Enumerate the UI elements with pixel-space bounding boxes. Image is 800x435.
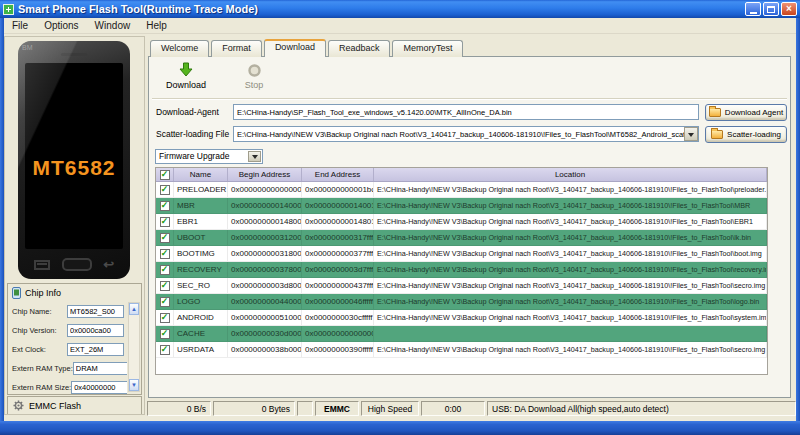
- stop-button[interactable]: Stop: [225, 61, 283, 90]
- download-toolbar: Download Stop: [149, 57, 790, 98]
- minimize-icon: [750, 12, 757, 14]
- file-location: E:\CHina-Handy\!NEW V3\Backup Original n…: [374, 310, 767, 325]
- partition-name: MBR: [174, 198, 228, 213]
- download-mode-select[interactable]: Firmware Upgrade: [155, 149, 263, 164]
- table-row-uboot[interactable]: UBOOT0x00000000031200000x000000000317fff…: [156, 230, 767, 246]
- chip-field-row: Extern RAM Size:: [12, 381, 124, 394]
- row-checkbox[interactable]: [160, 249, 170, 259]
- chip-field-value[interactable]: [67, 343, 124, 356]
- table-row-bootimg[interactable]: BOOTIMG0x00000000031800000x000000000377f…: [156, 246, 767, 262]
- table-row-preloader[interactable]: PRELOADER0x00000000000000000x00000000000…: [156, 182, 767, 198]
- header-checkbox[interactable]: [160, 170, 170, 180]
- row-checkbox[interactable]: [160, 201, 170, 211]
- file-location: E:\CHina-Handy\!NEW V3\Backup Original n…: [374, 230, 767, 245]
- partition-name: CACHE: [174, 326, 228, 341]
- scroll-down-icon[interactable]: ▼: [129, 379, 139, 391]
- row-checkbox-cell: [156, 246, 174, 261]
- scroll-up-icon[interactable]: ▲: [129, 303, 139, 315]
- file-location: [374, 326, 767, 341]
- chip-scrollbar[interactable]: ▲ ▼: [128, 302, 140, 392]
- begin-address: 0x0000000000000000: [228, 182, 302, 197]
- flash-type-bar: EMMC Flash: [7, 396, 142, 414]
- toolbar-divider: [152, 98, 787, 100]
- row-checkbox[interactable]: [160, 345, 170, 355]
- header-begin-address[interactable]: Begin Address: [228, 168, 302, 181]
- row-checkbox[interactable]: [160, 217, 170, 227]
- maximize-button[interactable]: [763, 2, 779, 16]
- table-row-android[interactable]: ANDROID0x00000000051000000x0000000030cff…: [156, 310, 767, 326]
- begin-address: 0x0000000003120000: [228, 230, 302, 245]
- chip-field-label: Chip Version:: [12, 326, 57, 335]
- app-window: Smart Phone Flash Tool(Runtime Trace Mod…: [0, 0, 800, 435]
- begin-address: 0x0000000003180000: [228, 246, 302, 261]
- partition-name: BOOTIMG: [174, 246, 228, 261]
- begin-address: 0x0000000004400000: [228, 294, 302, 309]
- table-row-recovery[interactable]: RECOVERY0x00000000037800000x0000000003d7…: [156, 262, 767, 278]
- scatter-loading-button[interactable]: Scatter-loading: [705, 126, 787, 143]
- window-border-bottom: [0, 421, 800, 435]
- row-checkbox[interactable]: [160, 313, 170, 323]
- file-location: E:\CHina-Handy\!NEW V3\Backup Original n…: [374, 342, 767, 357]
- row-checkbox[interactable]: [160, 265, 170, 275]
- minimize-button[interactable]: [745, 2, 761, 16]
- table-row-ebr1[interactable]: EBR10x00000000014800000x00000000014801ff…: [156, 214, 767, 230]
- table-row-sec_ro[interactable]: SEC_RO0x0000000003d800000x000000000437ff…: [156, 278, 767, 294]
- chip-field-value[interactable]: [73, 362, 127, 375]
- close-button[interactable]: ×: [781, 2, 797, 16]
- phone-back-icon: ↩: [103, 258, 114, 271]
- row-checkbox[interactable]: [160, 329, 170, 339]
- table-row-logo[interactable]: LOGO0x00000000044000000x00000000046fffff…: [156, 294, 767, 310]
- row-checkbox[interactable]: [160, 297, 170, 307]
- chip-field-row: Ext Clock:: [12, 343, 124, 356]
- tab-memorytest[interactable]: MemoryTest: [392, 40, 463, 57]
- menu-item-file[interactable]: File: [4, 19, 36, 32]
- download-agent-button[interactable]: Download Agent: [705, 104, 787, 121]
- download-agent-button-label: Download Agent: [725, 108, 783, 117]
- download-button[interactable]: Download: [157, 61, 215, 90]
- header-end-address[interactable]: End Address: [302, 168, 374, 181]
- chip-field-row: Chip Name:: [12, 305, 124, 318]
- table-row-mbr[interactable]: MBR0x00000000014000000x00000000014001ffE…: [156, 198, 767, 214]
- header-name[interactable]: Name: [174, 168, 228, 181]
- scatter-dropdown-icon[interactable]: [684, 127, 698, 141]
- header-location[interactable]: Location: [374, 168, 767, 181]
- row-checkbox-cell: [156, 342, 174, 357]
- chip-field-value[interactable]: [67, 305, 124, 318]
- tab-welcome[interactable]: Welcome: [150, 40, 209, 57]
- tab-download[interactable]: Download: [264, 39, 326, 57]
- tab-readback[interactable]: Readback: [328, 40, 391, 57]
- table-row-usrdata[interactable]: USRDATA0x0000000038b000000x00000000390ff…: [156, 342, 767, 358]
- scatter-file-input[interactable]: [233, 126, 699, 142]
- chip-icon: [12, 287, 21, 299]
- end-address: 0x0000000000000000: [302, 326, 374, 341]
- tab-format[interactable]: Format: [211, 40, 262, 57]
- chip-fields: Chip Name:Chip Version:Ext Clock:Extern …: [8, 301, 127, 394]
- status-speed: 0 B/s: [147, 401, 211, 416]
- row-checkbox[interactable]: [160, 185, 170, 195]
- folder-icon: [709, 108, 721, 117]
- row-checkbox-cell: [156, 310, 174, 325]
- download-mode-dropdown-icon[interactable]: [248, 151, 261, 162]
- phone-speaker: [61, 53, 87, 56]
- row-checkbox-cell: [156, 326, 174, 341]
- chip-field-value[interactable]: [67, 324, 124, 337]
- menu-item-help[interactable]: Help: [138, 19, 175, 32]
- begin-address: 0x0000000003780000: [228, 262, 302, 277]
- download-agent-input[interactable]: [233, 104, 699, 120]
- gear-icon: [13, 400, 24, 411]
- download-arrow-icon: [178, 62, 194, 78]
- row-checkbox-cell: [156, 230, 174, 245]
- chip-field-value[interactable]: [71, 381, 127, 394]
- chip-field-row: Chip Version:: [12, 324, 124, 337]
- end-address: 0x000000000377ffff: [302, 246, 374, 261]
- stop-icon: [247, 63, 262, 78]
- table-row-cache[interactable]: CACHE0x0000000030d000000x000000000000000…: [156, 326, 767, 342]
- row-checkbox-cell: [156, 294, 174, 309]
- menu-item-window[interactable]: Window: [87, 19, 139, 32]
- row-checkbox[interactable]: [160, 281, 170, 291]
- menu-item-options[interactable]: Options: [36, 19, 86, 32]
- row-checkbox[interactable]: [160, 233, 170, 243]
- file-location: E:\CHina-Handy\!NEW V3\Backup Original n…: [374, 198, 767, 213]
- chip-field-label: Extern RAM Type:: [12, 364, 73, 373]
- chip-info-panel: Chip Info Chip Name:Chip Version:Ext Clo…: [7, 283, 142, 395]
